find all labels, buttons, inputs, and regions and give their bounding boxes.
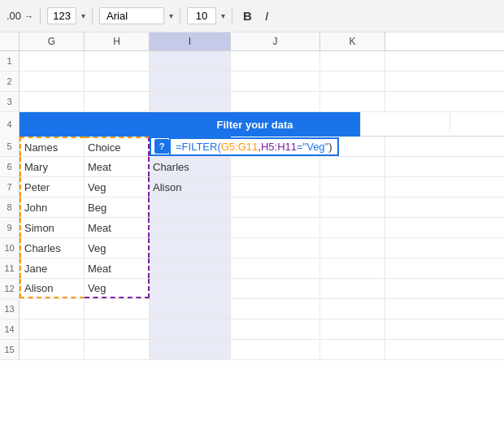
cell-g8[interactable]: John	[20, 198, 85, 217]
col-header-g[interactable]: G	[20, 33, 85, 50]
cell-h2[interactable]	[85, 72, 150, 91]
cell-g7[interactable]: Peter	[20, 177, 85, 197]
divider-1	[40, 8, 41, 24]
cell-h11[interactable]: Meat	[85, 258, 150, 278]
cell-j15[interactable]	[231, 340, 320, 359]
formula-tooltip: =FILTER(G5:G11,H5:H11="Veg")	[169, 137, 339, 156]
col-labels-row: 5 Names Choice ? =FILTER(G5:G11,H5:H11="…	[0, 137, 504, 157]
cell-i10[interactable]	[150, 238, 231, 258]
cell-j10[interactable]	[231, 238, 320, 258]
filter-header-label[interactable]: Filter your data	[150, 112, 361, 137]
font-size-input[interactable]: 10	[187, 7, 216, 24]
cell-k8[interactable]	[320, 198, 385, 217]
cell-j8[interactable]	[231, 198, 320, 217]
cell-j13[interactable]	[231, 299, 320, 319]
cell-g15[interactable]	[20, 340, 85, 359]
cell-k14[interactable]	[320, 319, 385, 339]
table-row: 6 Mary Meat Charles	[0, 157, 504, 177]
cell-i5-veg-only[interactable]: ? =FILTER(G5:G11,H5:H11="Veg")	[150, 137, 231, 156]
number-dropdown-icon[interactable]: ▾	[81, 11, 85, 20]
cell-j1[interactable]	[231, 51, 320, 71]
cell-g5-names[interactable]: Names	[20, 137, 85, 156]
table-row: 2	[0, 72, 504, 92]
formula-help-button[interactable]: ?	[154, 139, 169, 154]
cell-k10[interactable]	[320, 238, 385, 258]
cell-k3[interactable]	[320, 92, 385, 111]
cell-i7[interactable]: Alison	[150, 177, 231, 197]
table-row: 7 Peter Veg Alison	[0, 177, 504, 198]
cell-k6[interactable]	[320, 157, 385, 176]
cell-h10[interactable]: Veg	[85, 238, 150, 258]
cell-i8[interactable]	[150, 198, 231, 217]
number-input[interactable]: 123	[47, 7, 76, 24]
cell-j11[interactable]	[231, 258, 320, 278]
formula-range2: H5:H11	[261, 141, 297, 153]
cell-j4[interactable]	[361, 112, 450, 132]
cell-g2[interactable]	[20, 72, 85, 91]
cell-j9[interactable]	[231, 218, 320, 237]
font-size-dropdown-icon[interactable]: ▾	[221, 11, 225, 20]
col-header-j[interactable]: J	[231, 33, 320, 50]
col-header-h[interactable]: H	[85, 33, 150, 50]
cell-k13[interactable]	[320, 299, 385, 319]
cell-j3[interactable]	[231, 92, 320, 111]
cell-k9[interactable]	[320, 218, 385, 237]
cell-h15[interactable]	[85, 340, 150, 359]
cell-i14[interactable]	[150, 319, 231, 339]
cell-i6[interactable]: Charles	[150, 157, 231, 176]
cell-k4[interactable]	[450, 112, 504, 132]
cell-i2[interactable]	[150, 72, 231, 91]
cell-g3[interactable]	[20, 92, 85, 111]
italic-button[interactable]: I	[261, 7, 272, 24]
cell-k15[interactable]	[320, 340, 385, 359]
cell-k7[interactable]	[320, 177, 385, 197]
cell-h7[interactable]: Veg	[85, 177, 150, 197]
cell-i3[interactable]	[150, 92, 231, 111]
cell-j7[interactable]	[231, 177, 320, 197]
cell-k2[interactable]	[320, 72, 385, 91]
cell-j12[interactable]	[231, 279, 320, 298]
cell-i12[interactable]	[150, 279, 231, 298]
cell-g13[interactable]	[20, 299, 85, 319]
cell-j2[interactable]	[231, 72, 320, 91]
formula-fn: =FILTER(	[176, 141, 221, 153]
row-num-corner	[0, 33, 20, 50]
filter-header-row: 4 Filter your data	[0, 112, 504, 137]
cell-h6[interactable]: Meat	[85, 157, 150, 176]
arrow-icon: →	[24, 11, 33, 21]
cell-k12[interactable]	[320, 279, 385, 298]
cell-i11[interactable]	[150, 258, 231, 278]
filter-header-h[interactable]	[85, 112, 150, 137]
cell-g11[interactable]: Jane	[20, 258, 85, 278]
formula-range1: G5:G11	[221, 141, 259, 153]
cell-g12[interactable]: Alison	[20, 279, 85, 298]
cell-g1[interactable]	[20, 51, 85, 71]
cell-g9[interactable]: Simon	[20, 218, 85, 237]
cell-h1[interactable]	[85, 51, 150, 71]
font-selector[interactable]: Arial	[99, 7, 164, 24]
cell-h3[interactable]	[85, 92, 150, 111]
cell-i13[interactable]	[150, 299, 231, 319]
cell-g6[interactable]: Mary	[20, 157, 85, 176]
cell-k11[interactable]	[320, 258, 385, 278]
col-header-i[interactable]: I	[150, 33, 231, 50]
cell-h8[interactable]: Beg	[85, 198, 150, 217]
table-row: 12 Alison Veg	[0, 279, 504, 299]
filter-header-g[interactable]	[20, 112, 85, 137]
cell-i15[interactable]	[150, 340, 231, 359]
cell-g14[interactable]	[20, 319, 85, 339]
font-dropdown-icon[interactable]: ▾	[169, 11, 173, 20]
cell-h12[interactable]: Veg	[85, 279, 150, 298]
cell-h5-choice[interactable]: Choice	[85, 137, 150, 156]
cell-h13[interactable]	[85, 299, 150, 319]
cell-j6[interactable]	[231, 157, 320, 176]
cell-g10[interactable]: Charles	[20, 238, 85, 258]
cell-i9[interactable]	[150, 218, 231, 237]
bold-button[interactable]: B	[239, 7, 256, 24]
cell-h9[interactable]: Meat	[85, 218, 150, 237]
cell-j14[interactable]	[231, 319, 320, 339]
cell-k1[interactable]	[320, 51, 385, 71]
cell-h14[interactable]	[85, 319, 150, 339]
cell-i1[interactable]	[150, 51, 231, 71]
col-header-k[interactable]: K	[320, 33, 385, 50]
